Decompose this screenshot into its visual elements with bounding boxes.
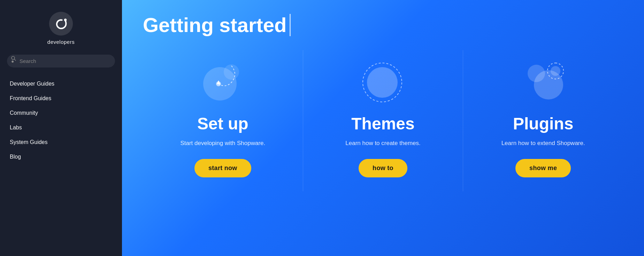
cards-row: Set up Start developing with Shopware. s… [143,50,623,235]
sidebar-item-frontend-guides[interactable]: Frontend Guides [7,92,115,105]
show-me-button[interactable]: show me [515,159,571,177]
how-to-button[interactable]: how to [359,159,407,177]
svg-point-8 [367,67,398,98]
search-icon: ● [11,58,14,64]
svg-line-3 [14,59,16,61]
svg-point-11 [528,65,545,82]
setup-illustration [198,57,247,106]
search-input[interactable] [7,55,115,67]
svg-point-0 [49,12,73,35]
search-wrapper[interactable]: ● [7,55,115,67]
themes-title: Themes [351,114,414,133]
themes-illustration [359,57,407,106]
sidebar-item-labs[interactable]: Labs [7,121,115,134]
sidebar: developers ● Developer Guides Frontend G… [0,0,122,256]
setup-description: Start developing with Shopware. [180,139,265,148]
logo-area: developers [47,11,75,45]
sidebar-item-system-guides[interactable]: System Guides [7,136,115,149]
nav-menu: Developer Guides Frontend Guides Communi… [7,77,115,163]
page-title-row: Getting started [143,14,623,36]
themes-description: Learn how to create themes. [345,139,420,148]
logo-label: developers [47,39,75,45]
plugins-description: Learn how to extend Shopware. [501,139,585,148]
sidebar-item-community[interactable]: Community [7,106,115,120]
svg-point-5 [224,64,239,80]
plugins-illustration [519,57,568,106]
svg-point-13 [551,66,560,76]
main-content: Getting started Set up Start devel [122,0,644,256]
title-cursor [290,14,291,36]
page-title: Getting started [143,14,287,36]
plugins-title: Plugins [513,114,573,133]
sidebar-item-blog[interactable]: Blog [7,150,115,163]
setup-title: Set up [197,114,248,133]
card-themes: Themes Learn how to create themes. how t… [303,50,463,191]
card-plugins: Plugins Learn how to extend Shopware. sh… [463,50,623,191]
sidebar-item-developer-guides[interactable]: Developer Guides [7,77,115,90]
card-setup: Set up Start developing with Shopware. s… [143,50,303,191]
svg-point-1 [64,19,67,21]
start-now-button[interactable]: start now [194,159,251,177]
shopware-logo-icon [48,11,74,36]
